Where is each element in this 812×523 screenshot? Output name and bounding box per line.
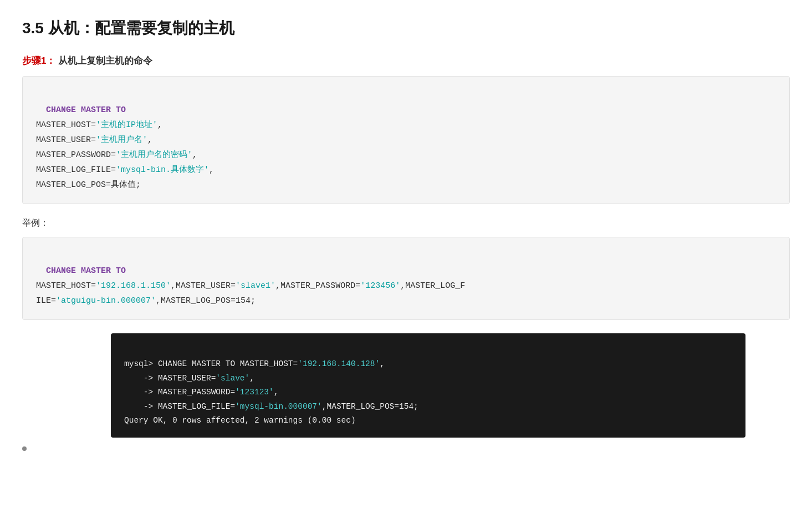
terminal-line-2: -> MASTER_USER='slave', [124,374,254,383]
step-desc: 从机上复制主机的命令 [58,55,152,66]
keyword-change-2: CHANGE MASTER TO [46,266,126,276]
step-key: 步骤1： [22,55,55,66]
terminal-line-1: mysql> CHANGE MASTER TO MASTER_HOST='192… [124,359,385,368]
code-block-1: CHANGE MASTER TO MASTER_HOST='主机的IP地址', … [22,76,790,204]
bottom-dot [22,446,27,451]
code-line-5: MASTER_LOG_FILE='mysql-bin.具体数字', [36,165,214,175]
code2-line-2: MASTER_HOST='192.168.1.150',MASTER_USER=… [36,281,465,291]
terminal-line-3: -> MASTER_PASSWORD='123123', [124,388,278,397]
code2-line-3: ILE='atguigu-bin.000007',MASTER_LOG_POS=… [36,296,256,306]
terminal-line-5: Query OK, 0 rows affected, 2 warnings (0… [124,416,356,425]
terminal-line-4: -> MASTER_LOG_FILE='mysql-bin.000007',MA… [124,402,418,411]
page-title: 3.5 从机：配置需要复制的主机 [22,18,790,39]
example-label: 举例： [22,217,790,229]
keyword-change-1: CHANGE MASTER TO [46,105,126,115]
terminal-block: mysql> CHANGE MASTER TO MASTER_HOST='192… [111,333,745,438]
code-line-2: MASTER_HOST='主机的IP地址', [36,120,162,130]
code-block-2: CHANGE MASTER TO MASTER_HOST='192.168.1.… [22,237,790,320]
step-label: 步骤1： 从机上复制主机的命令 [22,54,790,67]
code-line-3: MASTER_USER='主机用户名', [36,135,152,145]
code-line-6: MASTER_LOG_POS=具体值; [36,180,141,190]
code-line-4: MASTER_PASSWORD='主机用户名的密码', [36,150,197,160]
